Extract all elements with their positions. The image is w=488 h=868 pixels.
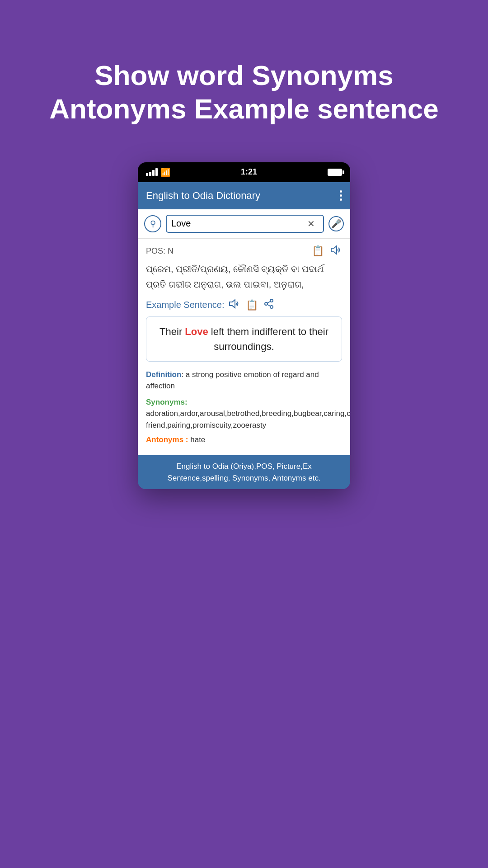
svg-point-2: [270, 299, 273, 302]
mic-icon: 🎤: [331, 219, 341, 229]
search-icon: ⚲: [150, 219, 156, 229]
footer-bar: English to Odia (Oriya),POS, Picture,Ex …: [138, 455, 350, 489]
search-area: ⚲ Love ✕ 🎤: [138, 209, 350, 239]
menu-button[interactable]: [340, 190, 342, 201]
wifi-icon: 📶: [160, 167, 170, 177]
svg-marker-0: [331, 246, 337, 254]
copy-icon[interactable]: 📋: [312, 245, 324, 258]
speaker-icon[interactable]: [330, 245, 342, 258]
antonyms-text: hate: [190, 435, 205, 444]
status-left: 📶: [146, 167, 170, 177]
svg-marker-1: [230, 300, 235, 308]
app-bar: English to Odia Dictionary: [138, 182, 350, 209]
hero-title: Show word Synonyms Antonyms Example sent…: [0, 59, 488, 126]
status-time: 1:21: [241, 167, 257, 177]
battery-icon: [328, 169, 342, 176]
pos-icons: 📋: [312, 245, 342, 258]
svg-line-5: [267, 304, 271, 306]
speaker-svg: [330, 245, 342, 255]
definition-row: Definition: a strong positive emotion of…: [146, 369, 342, 392]
share-svg: [263, 298, 274, 309]
example-copy-icon[interactable]: 📋: [246, 299, 258, 311]
svg-point-3: [265, 302, 267, 305]
antonyms-label: Antonyms :: [146, 435, 188, 444]
app-bar-title: English to Odia Dictionary: [146, 190, 260, 202]
example-icons: 📋: [229, 298, 274, 312]
example-share-icon[interactable]: [263, 298, 274, 312]
mic-button[interactable]: 🎤: [328, 216, 344, 231]
search-input[interactable]: Love: [171, 218, 307, 229]
svg-line-6: [267, 301, 271, 303]
love-highlight: Love: [185, 326, 208, 337]
svg-point-4: [270, 306, 273, 308]
synonyms-text: adoration,ardor,arousal,betrothed,breedi…: [146, 409, 350, 429]
clear-icon[interactable]: ✕: [307, 218, 315, 229]
search-input-wrapper[interactable]: Love ✕: [166, 215, 324, 233]
synonyms-label: Synonyms:: [146, 398, 188, 406]
phone-mockup: 📶 1:21 English to Odia Dictionary ⚲ Love…: [138, 162, 350, 490]
search-icon-circle[interactable]: ⚲: [144, 215, 161, 232]
odia-translation: ପ୍ରେମ, ପ୍ରୀତି/ପ୍ରଣୟ, କୌଣସି ବ୍ୟକ୍ତି ବା ପଦ…: [146, 261, 342, 292]
status-bar: 📶 1:21: [138, 162, 350, 182]
pos-row: POS: N 📋: [146, 245, 342, 258]
example-sentence-box: Their Love left them indifferent to thei…: [146, 316, 342, 362]
example-label-row: Example Sentence: 📋: [146, 298, 342, 312]
definition-label: Definition: [146, 370, 181, 379]
signal-icon: [146, 168, 158, 176]
synonyms-row: Synonyms: adoration,ardor,arousal,betrot…: [146, 396, 342, 431]
pos-label: POS: N: [146, 246, 174, 256]
example-speaker-icon[interactable]: [229, 299, 240, 311]
example-speaker-svg: [229, 299, 240, 309]
content-area: POS: N 📋 ପ୍ରେମ, ପ୍ରୀତି/ପ୍ରଣୟ, କୌଣସି ବ୍ୟକ…: [138, 239, 350, 456]
antonyms-row: Antonyms : hate: [146, 435, 342, 444]
example-label: Example Sentence:: [146, 300, 224, 310]
